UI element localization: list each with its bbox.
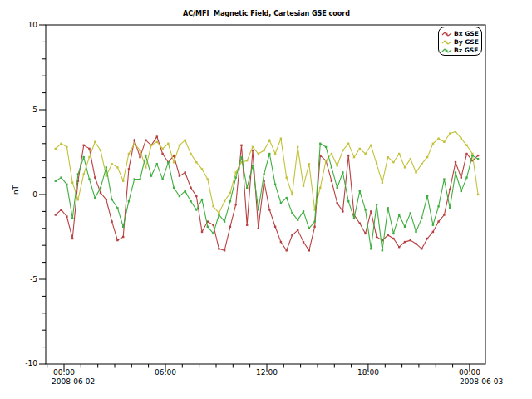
x-axis-date-start: 2008-06-02 (52, 377, 110, 387)
legend-entry-by: By GSE (441, 37, 480, 46)
y-tick-label-5: 5 (10, 106, 37, 115)
y-axis-ticks (39, 25, 46, 364)
series-line-bx-gse (56, 137, 478, 251)
legend-entry-bx: Bx GSE (441, 29, 480, 37)
chart-title: AC/MFI Magnetic Field, Cartesian GSE coo… (46, 9, 487, 18)
legend-entry-bz: Bz GSE (441, 46, 480, 54)
legend-marker-bz-icon (441, 47, 452, 54)
x-tick-label-0000b: 00:00 (445, 368, 495, 377)
x-tick-label-1200: 12:00 (242, 368, 292, 377)
legend-label-by: By GSE (454, 38, 479, 46)
y-tick-label-neg5: -5 (10, 275, 37, 284)
plot-canvas (0, 0, 532, 399)
legend-label-bz: Bz GSE (454, 47, 478, 54)
plot-frame (46, 25, 485, 364)
y-tick-label-neg10: -10 (10, 359, 37, 368)
series-line-by-gse (56, 132, 478, 214)
series-bx-gse (55, 135, 480, 251)
legend-marker-bx-icon (441, 30, 452, 37)
magnetic-field-chart: AC/MFI Magnetic Field, Cartesian GSE coo… (0, 0, 532, 399)
series-by-gse (55, 131, 480, 214)
x-tick-label-0000a: 00:00 (39, 368, 89, 377)
legend-label-bx: Bx GSE (454, 30, 479, 37)
chart-legend: Bx GSE By GSE Bz GSE (438, 27, 482, 56)
y-tick-label-10: 10 (10, 21, 37, 30)
x-tick-label-0600: 06:00 (140, 368, 190, 377)
y-tick-label-0: 0 (10, 190, 37, 200)
x-axis-date-end: 2008-06-03 (460, 377, 518, 387)
x-tick-label-1800: 18:00 (343, 368, 393, 377)
legend-marker-by-icon (441, 38, 452, 46)
